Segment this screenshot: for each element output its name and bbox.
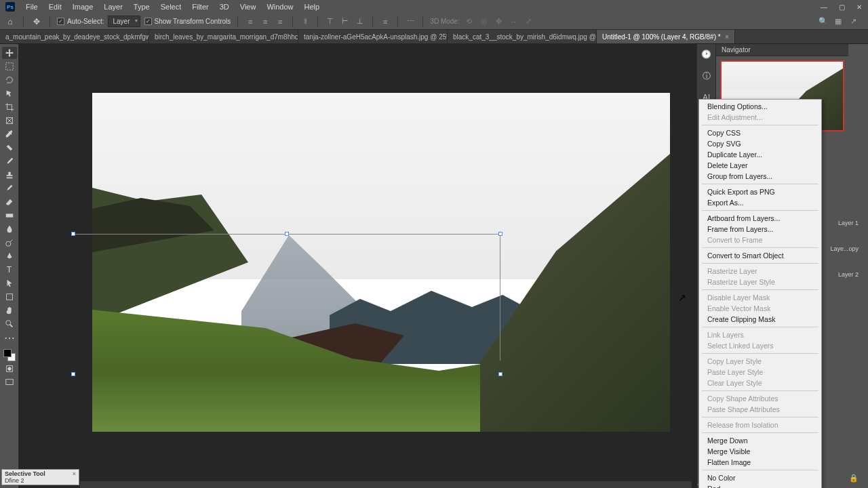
show-transform-checkbox[interactable]: Show Transform Controls — [144, 18, 231, 25]
lasso-tool[interactable] — [2, 74, 17, 86]
search-icon[interactable]: 🔍 — [818, 16, 829, 27]
menu-select[interactable]: Select — [155, 3, 187, 11]
ctx-frame-from-layers[interactable]: Frame from Layers... — [699, 224, 821, 235]
tab-close-icon[interactable]: × — [725, 33, 729, 41]
home-icon[interactable]: ⌂ — [4, 16, 16, 28]
ctx-blending-options[interactable]: Blending Options... — [699, 101, 821, 112]
layer-row[interactable]: Layer 1 — [827, 210, 861, 236]
more-options-icon[interactable]: ⋯ — [405, 16, 416, 27]
screen-mode[interactable] — [2, 376, 17, 388]
3d-roll-icon[interactable]: ◎ — [479, 16, 490, 27]
ctx-create-clipping-mask[interactable]: Create Clipping Mask — [699, 314, 821, 325]
layers-panel-peek: Layer 1Laye...opyLayer 2 — [827, 210, 861, 287]
brush-tool[interactable] — [2, 155, 17, 167]
ctx-merge-down[interactable]: Merge Down — [699, 435, 821, 446]
ctx-artboard-from-layers[interactable]: Artboard from Layers... — [699, 213, 821, 224]
frame-tool[interactable] — [2, 115, 17, 127]
ctx-no-color[interactable]: No Color — [699, 472, 821, 483]
ctx-group-from-layers[interactable]: Group from Layers... — [699, 171, 821, 182]
history-brush-tool[interactable] — [2, 182, 17, 195]
move-tool-icon[interactable]: ✥ — [31, 16, 43, 28]
menu-filter[interactable]: Filter — [186, 3, 214, 11]
ctx-delete-layer[interactable]: Delete Layer — [699, 160, 821, 171]
canvas[interactable] — [92, 93, 670, 432]
handle-middle-left[interactable] — [71, 372, 75, 376]
selective-tool-panel[interactable]: × Selective Tool Dfine 2 — [1, 469, 79, 485]
dodge-tool[interactable] — [2, 237, 17, 249]
ctx-flatten-image[interactable]: Flatten Image — [699, 457, 821, 468]
ctx-enable-vector-mask: Enable Vector Mask — [699, 303, 821, 314]
menu-help[interactable]: Help — [299, 3, 326, 11]
path-select-tool[interactable] — [2, 277, 17, 289]
layer-row[interactable]: Layer 2 — [827, 262, 861, 287]
auto-select-dropdown[interactable]: Layer — [108, 16, 140, 27]
document-tab-4[interactable]: Untitled-1 @ 100% (Layer 4, RGB/8#) *× — [597, 30, 735, 43]
menu-layer[interactable]: Layer — [98, 3, 128, 11]
type-tool[interactable]: T — [2, 264, 17, 276]
align-center-icon[interactable]: ≡ — [260, 16, 271, 27]
share-icon[interactable]: ↗ — [848, 16, 859, 27]
properties-panel-icon[interactable]: ⓘ — [701, 70, 713, 82]
document-tab-2[interactable]: tanja-zollner-aGeH5acApkA-unsplash.jpg @… — [298, 30, 448, 43]
menu-file[interactable]: File — [20, 3, 43, 11]
document-tab-1[interactable]: birch_leaves_by_margarita_morrigan_d7m8h… — [149, 30, 298, 43]
gradient-tool[interactable] — [2, 209, 17, 222]
eyedropper-tool[interactable] — [2, 128, 17, 140]
align-middle-icon[interactable]: ⊢ — [340, 16, 351, 27]
navigator-panel-title[interactable]: Navigator — [716, 44, 848, 56]
3d-slide-icon[interactable]: ↔ — [509, 16, 519, 27]
align-top-icon[interactable]: ⊤ — [325, 16, 336, 27]
auto-select-checkbox[interactable]: Auto-Select: — [57, 18, 104, 25]
healing-tool[interactable] — [2, 142, 17, 154]
ctx-convert-to-smart-object[interactable]: Convert to Smart Object — [699, 250, 821, 261]
crop-tool[interactable] — [2, 101, 17, 113]
quick-mask[interactable] — [2, 363, 17, 375]
svg-line-11 — [9, 325, 12, 327]
ctx-copy-css[interactable]: Copy CSS — [699, 127, 821, 138]
eraser-tool[interactable] — [2, 196, 17, 208]
color-swatch[interactable] — [3, 349, 16, 361]
menu-image[interactable]: Image — [67, 3, 99, 11]
distribute-h-icon[interactable]: ⦀ — [300, 16, 311, 27]
move-tool[interactable] — [2, 47, 17, 59]
layer-row[interactable]: Laye...opy — [827, 236, 861, 262]
menu-type[interactable]: Type — [128, 3, 155, 11]
handle-top-left[interactable] — [71, 232, 75, 236]
ctx-merge-visible[interactable]: Merge Visible — [699, 446, 821, 457]
document-tab-0[interactable]: a_mountain_peak_by_deadeye_stock_dpkmfgw… — [0, 30, 149, 43]
align-left-icon[interactable]: ≡ — [245, 16, 256, 27]
blur-tool[interactable] — [2, 223, 17, 235]
zoom-tool[interactable] — [2, 318, 17, 330]
edit-toolbar[interactable]: ⋯ — [2, 331, 17, 344]
ctx-copy-svg[interactable]: Copy SVG — [699, 138, 821, 149]
hand-tool[interactable] — [2, 304, 17, 317]
window-maximize[interactable]: ▢ — [835, 1, 848, 13]
ctx-quick-export-as-png[interactable]: Quick Export as PNG — [699, 186, 821, 197]
3d-rotate-icon[interactable]: ⟲ — [464, 16, 475, 27]
3d-scale-icon[interactable]: ⤢ — [524, 16, 534, 27]
menu-3d[interactable]: 3D — [214, 3, 235, 11]
document-tab-3[interactable]: black_cat_3__stock_by_mirish_d6idmwq.jpg… — [448, 30, 597, 43]
menu-view[interactable]: View — [235, 3, 262, 11]
ctx-export-as[interactable]: Export As... — [699, 197, 821, 208]
horizontal-scrollbar[interactable] — [80, 481, 692, 488]
pen-tool[interactable] — [2, 250, 17, 262]
workspace-icon[interactable]: ▦ — [833, 16, 844, 27]
shape-tool[interactable] — [2, 291, 17, 303]
history-panel-icon[interactable]: 🕑 — [701, 48, 713, 60]
menu-edit[interactable]: Edit — [43, 3, 67, 11]
ctx-duplicate-layer[interactable]: Duplicate Layer... — [699, 149, 821, 160]
menu-window[interactable]: Window — [261, 3, 298, 11]
window-close[interactable]: ✕ — [853, 1, 865, 13]
3d-pan-icon[interactable]: ✥ — [494, 16, 505, 27]
marquee-tool[interactable] — [2, 60, 17, 73]
stamp-tool[interactable] — [2, 169, 17, 181]
ctx-red[interactable]: Red — [699, 483, 821, 488]
window-minimize[interactable]: — — [818, 1, 830, 13]
quick-select-tool[interactable] — [2, 87, 17, 100]
close-icon[interactable]: × — [73, 470, 76, 477]
distribute-v-icon[interactable]: ≡ — [380, 16, 391, 27]
canvas-area[interactable] — [19, 44, 696, 488]
align-right-icon[interactable]: ≡ — [275, 16, 285, 27]
align-bottom-icon[interactable]: ⊥ — [355, 16, 366, 27]
